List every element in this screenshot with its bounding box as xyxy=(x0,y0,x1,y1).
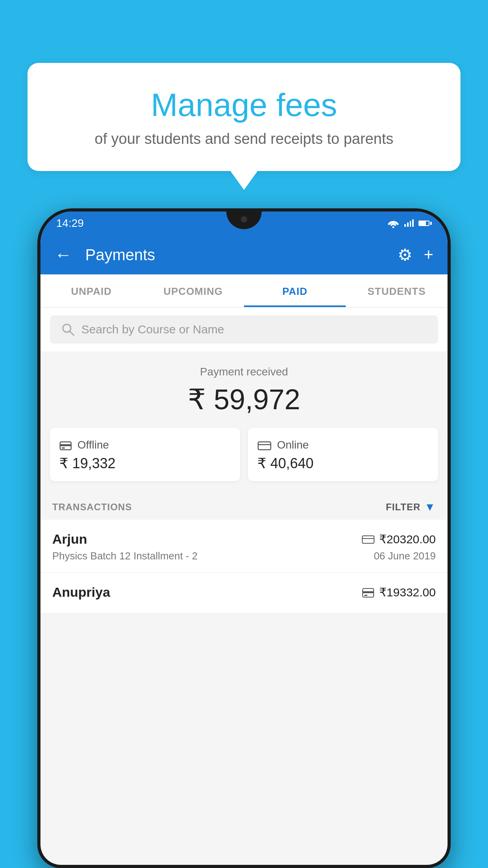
notch xyxy=(226,211,262,229)
add-icon[interactable]: + xyxy=(424,245,433,264)
online-label: Online xyxy=(277,439,309,451)
svg-line-2 xyxy=(70,331,74,335)
online-card: Online ₹ 40,640 xyxy=(248,428,438,481)
transaction-row[interactable]: Anupriya ₹19332.00 xyxy=(40,573,448,614)
tab-upcoming[interactable]: UPCOMING xyxy=(142,274,244,307)
payment-summary: Payment received ₹ 59,972 xyxy=(40,351,448,428)
offline-transaction-icon xyxy=(362,587,374,598)
tabs-bar: UNPAID UPCOMING PAID STUDENTS xyxy=(40,274,448,307)
signal-icon xyxy=(404,220,414,227)
app-bar-icons: ⚙ + xyxy=(398,245,433,265)
tab-unpaid[interactable]: UNPAID xyxy=(40,274,142,307)
online-card-header: Online xyxy=(257,439,429,451)
phone-screen: 14:29 xyxy=(40,211,448,865)
svg-rect-11 xyxy=(363,591,374,593)
online-payment-icon xyxy=(257,440,272,451)
payment-received-label: Payment received xyxy=(50,366,438,378)
search-icon xyxy=(61,322,75,337)
offline-label: Offline xyxy=(77,439,109,451)
transaction-course: Physics Batch 12 Installment - 2 xyxy=(52,550,198,562)
camera-notch xyxy=(241,216,247,223)
payment-cards: Offline ₹ 19,332 Online ₹ 40,640 xyxy=(40,428,448,493)
transaction-top: Arjun ₹20320.00 xyxy=(52,531,436,547)
transaction-name: Anupriya xyxy=(52,585,110,600)
battery-icon xyxy=(418,221,432,226)
transaction-row[interactable]: Arjun ₹20320.00 Physics Batch 12 Install… xyxy=(40,520,448,573)
filter-icon: ▼ xyxy=(424,501,436,513)
offline-payment-icon xyxy=(59,440,72,451)
svg-rect-4 xyxy=(60,444,71,446)
svg-rect-5 xyxy=(62,447,65,449)
status-icons xyxy=(387,219,432,228)
online-transaction-icon xyxy=(362,535,374,544)
offline-card: Offline ₹ 19,332 xyxy=(50,428,240,481)
phone-frame: 14:29 xyxy=(37,208,451,868)
filter-label: FILTER xyxy=(386,502,420,513)
transaction-amount: ₹20320.00 xyxy=(379,532,436,546)
transactions-header: TRANSACTIONS FILTER ▼ xyxy=(40,493,448,520)
search-placeholder: Search by Course or Name xyxy=(81,323,224,336)
status-time: 14:29 xyxy=(56,217,84,230)
online-amount: ₹ 40,640 xyxy=(257,455,429,472)
tab-students[interactable]: STUDENTS xyxy=(346,274,448,307)
filter-button[interactable]: FILTER ▼ xyxy=(386,501,436,513)
payment-total-amount: ₹ 59,972 xyxy=(50,383,438,416)
gear-icon[interactable]: ⚙ xyxy=(398,245,413,265)
back-arrow-icon[interactable]: ← xyxy=(55,245,72,265)
transaction-amount: ₹19332.00 xyxy=(379,585,436,599)
search-box[interactable]: Search by Course or Name xyxy=(50,315,438,344)
svg-point-0 xyxy=(393,226,394,228)
transaction-bottom: Physics Batch 12 Installment - 2 06 June… xyxy=(52,550,436,562)
tab-paid[interactable]: PAID xyxy=(244,274,346,307)
status-bar: 14:29 xyxy=(40,211,448,235)
bubble-title: Manage fees xyxy=(59,86,429,123)
svg-rect-8 xyxy=(362,536,374,543)
transaction-date: 06 June 2019 xyxy=(374,550,436,562)
speech-bubble: Manage fees of your students and send re… xyxy=(28,63,460,171)
speech-bubble-tail xyxy=(230,170,258,190)
transaction-name: Arjun xyxy=(52,531,87,547)
app-bar: ← Payments ⚙ + xyxy=(40,235,448,274)
bubble-subtitle: of your students and send receipts to pa… xyxy=(59,131,429,147)
offline-card-header: Offline xyxy=(59,439,231,451)
svg-rect-6 xyxy=(258,442,271,450)
wifi-icon xyxy=(387,219,400,228)
transaction-top: Anupriya ₹19332.00 xyxy=(52,585,436,600)
offline-amount: ₹ 19,332 xyxy=(59,455,231,472)
app-bar-title: Payments xyxy=(85,246,388,264)
transaction-amount-row: ₹20320.00 xyxy=(362,532,436,546)
transactions-label: TRANSACTIONS xyxy=(52,502,132,513)
transaction-amount-row: ₹19332.00 xyxy=(362,585,436,599)
search-container: Search by Course or Name xyxy=(40,307,448,351)
svg-rect-12 xyxy=(364,595,367,596)
speech-bubble-container: Manage fees of your students and send re… xyxy=(28,63,460,190)
